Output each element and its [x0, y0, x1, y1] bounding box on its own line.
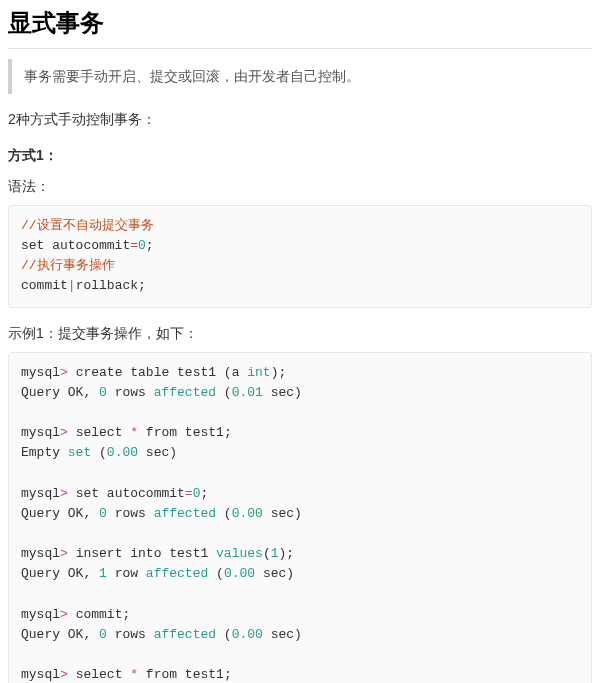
method1-label: 方式1： — [8, 144, 592, 166]
note-text: 事务需要手动开启、提交或回滚，由开发者自己控制。 — [24, 68, 360, 84]
intro-text: 2种方式手动控制事务： — [8, 108, 592, 130]
code-block-syntax: //设置不自动提交事务 set autocommit=0; //执行事务操作 c… — [8, 205, 592, 308]
example1-label: 示例1：提交事务操作，如下： — [8, 322, 592, 344]
note-block: 事务需要手动开启、提交或回滚，由开发者自己控制。 — [8, 59, 592, 93]
syntax-label: 语法： — [8, 175, 592, 197]
code-block-example1: mysql> create table test1 (a int); Query… — [8, 352, 592, 683]
section-heading: 显式事务 — [8, 4, 592, 49]
